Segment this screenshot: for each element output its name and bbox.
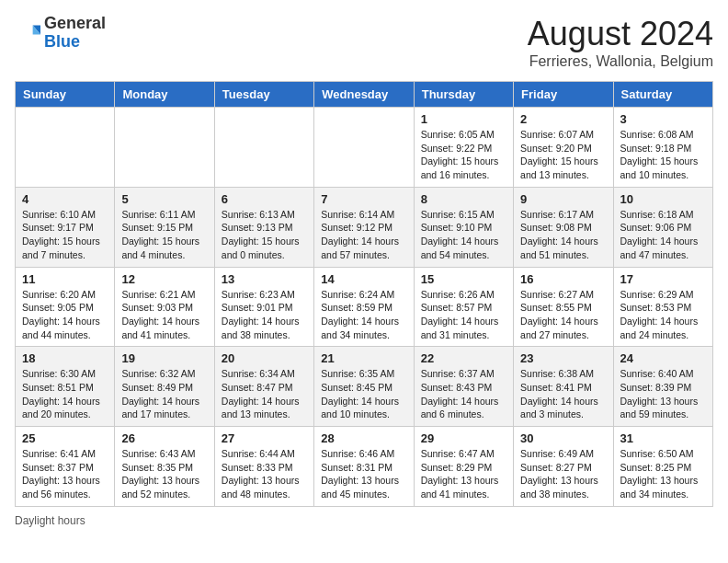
day-info: Sunrise: 6:37 AM Sunset: 8:43 PM Dayligh… — [421, 367, 506, 421]
day-info: Sunrise: 6:47 AM Sunset: 8:29 PM Dayligh… — [421, 447, 506, 501]
day-info: Sunrise: 6:35 AM Sunset: 8:45 PM Dayligh… — [321, 367, 406, 421]
day-number: 15 — [421, 272, 506, 286]
day-info: Sunrise: 6:15 AM Sunset: 9:10 PM Dayligh… — [421, 208, 506, 262]
daylight-label: Daylight hours — [15, 514, 85, 527]
month-year: August 2024 — [528, 15, 713, 53]
calendar-cell: 18Sunrise: 6:30 AM Sunset: 8:51 PM Dayli… — [16, 347, 115, 427]
calendar-cell — [115, 108, 214, 188]
location: Ferrieres, Wallonia, Belgium — [528, 53, 713, 70]
calendar-cell: 5Sunrise: 6:11 AM Sunset: 9:15 PM Daylig… — [115, 187, 214, 267]
calendar-cell: 3Sunrise: 6:08 AM Sunset: 9:18 PM Daylig… — [613, 108, 712, 188]
day-info: Sunrise: 6:41 AM Sunset: 8:37 PM Dayligh… — [22, 447, 108, 501]
logo-blue: Blue — [44, 32, 80, 51]
calendar-cell: 27Sunrise: 6:44 AM Sunset: 8:33 PM Dayli… — [214, 427, 313, 507]
calendar-cell: 16Sunrise: 6:27 AM Sunset: 8:55 PM Dayli… — [514, 267, 613, 347]
calendar-header-row: SundayMondayTuesdayWednesdayThursdayFrid… — [16, 82, 713, 108]
day-info: Sunrise: 6:38 AM Sunset: 8:41 PM Dayligh… — [520, 367, 606, 421]
day-number: 28 — [321, 431, 406, 445]
day-number: 6 — [222, 192, 307, 206]
calendar-cell: 25Sunrise: 6:41 AM Sunset: 8:37 PM Dayli… — [16, 427, 115, 507]
day-info: Sunrise: 6:24 AM Sunset: 8:59 PM Dayligh… — [321, 288, 406, 342]
day-number: 10 — [620, 192, 706, 206]
calendar-cell: 30Sunrise: 6:49 AM Sunset: 8:27 PM Dayli… — [514, 427, 613, 507]
calendar-cell — [314, 108, 414, 188]
calendar-cell: 2Sunrise: 6:07 AM Sunset: 9:20 PM Daylig… — [514, 108, 613, 188]
calendar-cell: 9Sunrise: 6:17 AM Sunset: 9:08 PM Daylig… — [514, 187, 613, 267]
day-number: 24 — [620, 351, 706, 365]
day-number: 5 — [121, 192, 207, 206]
calendar-cell: 17Sunrise: 6:29 AM Sunset: 8:53 PM Dayli… — [613, 267, 712, 347]
day-info: Sunrise: 6:18 AM Sunset: 9:06 PM Dayligh… — [620, 208, 706, 262]
day-info: Sunrise: 6:32 AM Sunset: 8:49 PM Dayligh… — [121, 367, 207, 421]
day-number: 18 — [22, 351, 108, 365]
footer-note: Daylight hours — [15, 514, 713, 527]
day-number: 8 — [421, 192, 506, 206]
calendar-week-row: 11Sunrise: 6:20 AM Sunset: 9:05 PM Dayli… — [16, 267, 713, 347]
calendar-cell: 29Sunrise: 6:47 AM Sunset: 8:29 PM Dayli… — [414, 427, 513, 507]
calendar-cell: 12Sunrise: 6:21 AM Sunset: 9:03 PM Dayli… — [115, 267, 214, 347]
logo-text: General Blue — [44, 15, 106, 52]
day-info: Sunrise: 6:49 AM Sunset: 8:27 PM Dayligh… — [520, 447, 606, 501]
day-info: Sunrise: 6:43 AM Sunset: 8:35 PM Dayligh… — [121, 447, 207, 501]
calendar-cell: 11Sunrise: 6:20 AM Sunset: 9:05 PM Dayli… — [16, 267, 115, 347]
calendar-table: SundayMondayTuesdayWednesdayThursdayFrid… — [15, 81, 713, 507]
calendar-cell — [16, 108, 115, 188]
logo-general: General — [44, 14, 106, 32]
day-info: Sunrise: 6:26 AM Sunset: 8:57 PM Dayligh… — [421, 288, 506, 342]
calendar-cell: 26Sunrise: 6:43 AM Sunset: 8:35 PM Dayli… — [115, 427, 214, 507]
day-number: 26 — [121, 431, 207, 445]
title-block: August 2024 Ferrieres, Wallonia, Belgium — [528, 15, 713, 70]
day-number: 11 — [22, 272, 108, 286]
day-info: Sunrise: 6:17 AM Sunset: 9:08 PM Dayligh… — [520, 208, 606, 262]
day-number: 30 — [520, 431, 606, 445]
day-number: 29 — [421, 431, 506, 445]
day-number: 12 — [121, 272, 207, 286]
day-info: Sunrise: 6:40 AM Sunset: 8:39 PM Dayligh… — [620, 367, 706, 421]
day-number: 14 — [321, 272, 406, 286]
page-header: General Blue August 2024 Ferrieres, Wall… — [15, 15, 713, 70]
calendar-cell: 10Sunrise: 6:18 AM Sunset: 9:06 PM Dayli… — [613, 187, 712, 267]
calendar-cell: 28Sunrise: 6:46 AM Sunset: 8:31 PM Dayli… — [314, 427, 414, 507]
day-number: 13 — [222, 272, 307, 286]
day-number: 21 — [321, 351, 406, 365]
day-info: Sunrise: 6:07 AM Sunset: 9:20 PM Dayligh… — [520, 128, 606, 182]
calendar-cell: 23Sunrise: 6:38 AM Sunset: 8:41 PM Dayli… — [514, 347, 613, 427]
day-number: 27 — [222, 431, 307, 445]
calendar-cell: 13Sunrise: 6:23 AM Sunset: 9:01 PM Dayli… — [214, 267, 313, 347]
day-number: 2 — [520, 112, 606, 126]
day-info: Sunrise: 6:20 AM Sunset: 9:05 PM Dayligh… — [22, 288, 108, 342]
day-number: 20 — [222, 351, 307, 365]
logo: General Blue — [15, 15, 106, 52]
calendar-cell: 6Sunrise: 6:13 AM Sunset: 9:13 PM Daylig… — [214, 187, 313, 267]
calendar-week-row: 1Sunrise: 6:05 AM Sunset: 9:22 PM Daylig… — [16, 108, 713, 188]
calendar-cell: 19Sunrise: 6:32 AM Sunset: 8:49 PM Dayli… — [115, 347, 214, 427]
day-info: Sunrise: 6:46 AM Sunset: 8:31 PM Dayligh… — [321, 447, 406, 501]
day-info: Sunrise: 6:05 AM Sunset: 9:22 PM Dayligh… — [421, 128, 506, 182]
day-number: 23 — [520, 351, 606, 365]
calendar-week-row: 18Sunrise: 6:30 AM Sunset: 8:51 PM Dayli… — [16, 347, 713, 427]
day-info: Sunrise: 6:50 AM Sunset: 8:25 PM Dayligh… — [620, 447, 706, 501]
calendar-cell: 21Sunrise: 6:35 AM Sunset: 8:45 PM Dayli… — [314, 347, 414, 427]
calendar-cell: 15Sunrise: 6:26 AM Sunset: 8:57 PM Dayli… — [414, 267, 513, 347]
column-header-friday: Friday — [514, 82, 613, 108]
calendar-cell: 20Sunrise: 6:34 AM Sunset: 8:47 PM Dayli… — [214, 347, 313, 427]
day-number: 3 — [620, 112, 706, 126]
calendar-cell: 7Sunrise: 6:14 AM Sunset: 9:12 PM Daylig… — [314, 187, 414, 267]
calendar-cell: 4Sunrise: 6:10 AM Sunset: 9:17 PM Daylig… — [16, 187, 115, 267]
column-header-thursday: Thursday — [414, 82, 513, 108]
day-number: 22 — [421, 351, 506, 365]
calendar-cell: 22Sunrise: 6:37 AM Sunset: 8:43 PM Dayli… — [414, 347, 513, 427]
calendar-cell: 24Sunrise: 6:40 AM Sunset: 8:39 PM Dayli… — [613, 347, 712, 427]
day-info: Sunrise: 6:21 AM Sunset: 9:03 PM Dayligh… — [121, 288, 207, 342]
day-info: Sunrise: 6:14 AM Sunset: 9:12 PM Dayligh… — [321, 208, 406, 262]
calendar-cell: 31Sunrise: 6:50 AM Sunset: 8:25 PM Dayli… — [613, 427, 712, 507]
day-info: Sunrise: 6:08 AM Sunset: 9:18 PM Dayligh… — [620, 128, 706, 182]
calendar-week-row: 4Sunrise: 6:10 AM Sunset: 9:17 PM Daylig… — [16, 187, 713, 267]
calendar-cell: 14Sunrise: 6:24 AM Sunset: 8:59 PM Dayli… — [314, 267, 414, 347]
day-info: Sunrise: 6:13 AM Sunset: 9:13 PM Dayligh… — [222, 208, 307, 262]
calendar-week-row: 25Sunrise: 6:41 AM Sunset: 8:37 PM Dayli… — [16, 427, 713, 507]
day-number: 9 — [520, 192, 606, 206]
day-info: Sunrise: 6:30 AM Sunset: 8:51 PM Dayligh… — [22, 367, 108, 421]
day-info: Sunrise: 6:11 AM Sunset: 9:15 PM Dayligh… — [121, 208, 207, 262]
day-number: 19 — [121, 351, 207, 365]
